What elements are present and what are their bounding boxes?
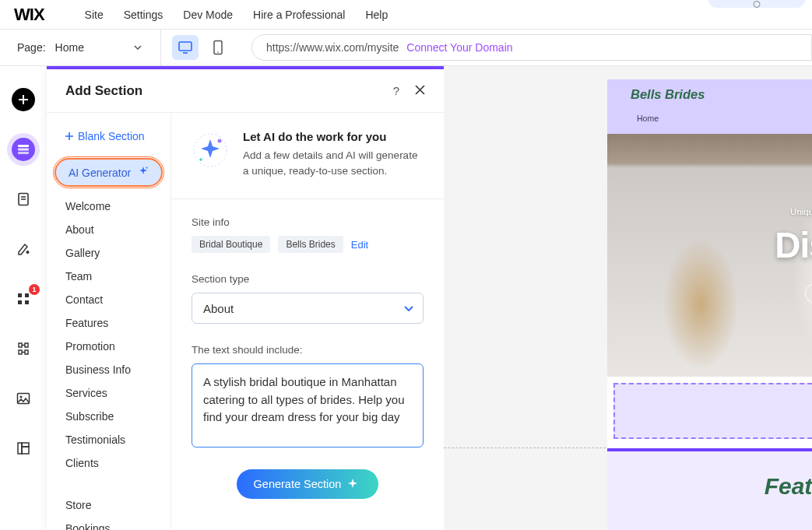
- blank-section-label: Blank Section: [78, 130, 145, 142]
- help-icon[interactable]: ?: [393, 84, 399, 97]
- svg-rect-10: [18, 300, 22, 304]
- generate-section-button[interactable]: Generate Section: [237, 469, 379, 499]
- page-dropdown[interactable]: Home: [54, 38, 143, 57]
- section-type-select[interactable]: About: [192, 293, 424, 324]
- svg-rect-4: [18, 149, 29, 151]
- menu-settings[interactable]: Settings: [124, 9, 163, 21]
- svg-rect-3: [18, 145, 29, 147]
- menu-site[interactable]: Site: [85, 9, 104, 21]
- site-info-tags: Bridal Boutique Bells Brides Edit: [192, 236, 424, 253]
- category-services[interactable]: Services: [47, 381, 170, 405]
- close-icon[interactable]: [415, 84, 425, 98]
- menu-dev-mode[interactable]: Dev Mode: [183, 9, 233, 21]
- add-button[interactable]: [12, 88, 35, 111]
- svg-point-19: [218, 139, 222, 143]
- ai-hero-title: Let AI do the work for you: [243, 130, 424, 143]
- top-menu-bar: WIX Site Settings Dev Mode Hire a Profes…: [0, 0, 812, 30]
- text-include-label: The text should include:: [192, 344, 424, 356]
- svg-point-20: [199, 158, 202, 161]
- svg-point-7: [26, 251, 30, 254]
- connect-domain-link[interactable]: Connect Your Domain: [406, 41, 512, 54]
- my-business-button[interactable]: [12, 337, 35, 360]
- media-button[interactable]: [12, 387, 35, 410]
- chevron-down-icon: [404, 306, 412, 311]
- blank-section-link[interactable]: Blank Section: [47, 125, 170, 155]
- preview-brand-bar: Bells Brides: [607, 79, 812, 109]
- category-label: AI Generator: [69, 167, 131, 179]
- svg-rect-5: [18, 152, 29, 154]
- category-gallery[interactable]: Gallery: [47, 241, 170, 265]
- left-tool-rail: 1: [0, 66, 47, 530]
- tag-bridal-boutique: Bridal Boutique: [192, 236, 270, 253]
- category-business-info[interactable]: Business Info: [47, 358, 170, 381]
- site-preview[interactable]: Bells Brides Home Shop Unique Bridal Exp…: [607, 79, 812, 530]
- account-pill[interactable]: [708, 0, 806, 8]
- svg-point-2: [217, 51, 219, 53]
- preview-nav-home[interactable]: Home: [637, 114, 659, 123]
- plus-icon: [65, 132, 73, 140]
- menu-help[interactable]: Help: [365, 9, 388, 21]
- category-promotion[interactable]: Promotion: [47, 335, 170, 358]
- generate-button-label: Generate Section: [254, 478, 342, 490]
- svg-rect-0: [179, 42, 192, 51]
- svg-point-17: [146, 167, 148, 169]
- add-section-panel: Add Section ? Blank Section AI Generator: [47, 66, 444, 530]
- section-type-label: Section type: [192, 273, 424, 285]
- category-team[interactable]: Team: [47, 265, 170, 288]
- category-list: Blank Section AI Generator Welcome About…: [47, 113, 171, 530]
- page-selector-block: Page: Home: [0, 30, 160, 65]
- category-ai-generator[interactable]: AI Generator: [54, 158, 163, 187]
- site-canvas[interactable]: Bells Brides Home Shop Unique Bridal Exp…: [444, 66, 812, 530]
- svg-rect-11: [25, 300, 29, 304]
- menu-hire-professional[interactable]: Hire a Professional: [253, 9, 345, 21]
- mobile-view-button[interactable]: [205, 35, 231, 60]
- tag-bells-brides: Bells Brides: [278, 236, 343, 253]
- edit-site-info-link[interactable]: Edit: [351, 239, 368, 251]
- wix-logo[interactable]: WIX: [14, 5, 44, 25]
- preview-featured-section: Featured Sele: [607, 448, 812, 530]
- preview-hero: Unique Bridal Experience Discove Explore: [607, 134, 812, 377]
- category-about[interactable]: About: [47, 218, 170, 241]
- svg-rect-8: [18, 293, 22, 297]
- theme-button[interactable]: [12, 237, 35, 261]
- panel-header: Add Section ?: [47, 69, 444, 113]
- preview-hero-cta[interactable]: Explore: [805, 283, 812, 304]
- category-bookings[interactable]: Bookings: [47, 517, 170, 530]
- category-welcome[interactable]: Welcome: [47, 195, 170, 218]
- sections-button[interactable]: [12, 138, 35, 161]
- ai-generator-form: Let AI do the work for you Add a few det…: [171, 113, 444, 530]
- panel-title: Add Section: [65, 83, 142, 99]
- ai-sparkle-icon: [192, 132, 229, 169]
- sparkle-icon: [138, 166, 149, 179]
- content-manager-button[interactable]: [12, 437, 35, 460]
- ai-hero-block: Let AI do the work for you Add a few det…: [171, 113, 444, 199]
- device-switcher: [160, 30, 242, 65]
- ai-hero-desc: Add a few details and AI will generate a…: [243, 148, 424, 178]
- page-value: Home: [55, 41, 84, 54]
- category-subscribe[interactable]: Subscribe: [47, 405, 170, 428]
- category-clients[interactable]: Clients: [47, 451, 170, 475]
- preview-hero-title: Discove: [775, 224, 812, 266]
- preview-nav: Home Shop: [620, 109, 812, 128]
- svg-rect-16: [22, 447, 29, 454]
- svg-rect-9: [25, 293, 29, 297]
- preview-featured-title: Featured Sele: [607, 473, 812, 515]
- category-store[interactable]: Store: [47, 493, 170, 517]
- url-text: https://www.wix.com/mysite: [266, 41, 399, 54]
- preview-brand-name: Bells Brides: [631, 87, 705, 102]
- category-features[interactable]: Features: [47, 311, 170, 335]
- page-label: Page:: [17, 41, 46, 54]
- site-info-label: Site info: [192, 216, 424, 228]
- page-toolbar: Page: Home https://www.wix.com/mysite Co…: [0, 30, 812, 66]
- pages-button[interactable]: [12, 188, 35, 211]
- preview-drop-zone[interactable]: [613, 383, 812, 439]
- text-include-input[interactable]: [192, 363, 424, 448]
- section-type-value: About: [203, 302, 234, 315]
- category-testimonials[interactable]: Testimonials: [47, 428, 170, 451]
- sparkle-icon: [347, 479, 358, 490]
- desktop-view-button[interactable]: [172, 35, 199, 60]
- url-bar: https://www.wix.com/mysite Connect Your …: [251, 34, 812, 61]
- apps-button[interactable]: 1: [12, 287, 35, 311]
- category-contact[interactable]: Contact: [47, 288, 170, 311]
- svg-point-13: [20, 396, 23, 398]
